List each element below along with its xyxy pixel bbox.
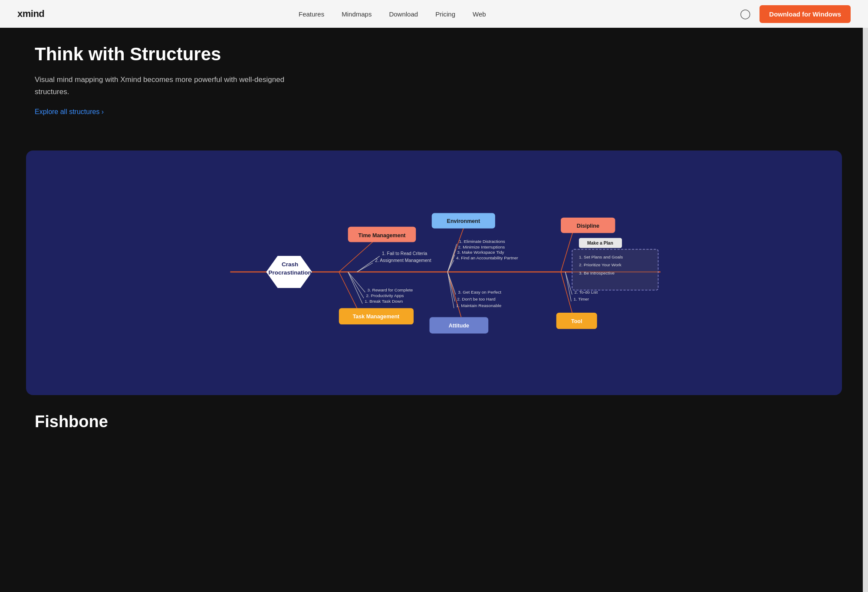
svg-line-9 xyxy=(357,263,373,272)
svg-text:1. Set Plans and Goals: 1. Set Plans and Goals xyxy=(579,254,623,259)
svg-text:2. Minimize Interruptions: 2. Minimize Interruptions xyxy=(458,245,505,249)
svg-text:Environment: Environment xyxy=(447,218,480,224)
logo[interactable]: xmind xyxy=(17,8,44,20)
svg-text:3. Make Workspace Tidy: 3. Make Workspace Tidy xyxy=(457,250,504,255)
download-windows-button[interactable]: Download for Windows xyxy=(760,5,851,23)
svg-line-38 xyxy=(348,272,362,304)
nav-features[interactable]: Features xyxy=(299,10,324,18)
svg-text:1. Fail to Read Criteria: 1. Fail to Read Criteria xyxy=(382,251,427,256)
svg-text:3. Reward for Complete: 3. Reward for Complete xyxy=(368,288,413,292)
svg-text:2. Don't be too Hard: 2. Don't be too Hard xyxy=(457,297,495,301)
svg-text:1. Eliminate Distractions: 1. Eliminate Distractions xyxy=(459,239,505,244)
scrollbar-track[interactable] xyxy=(863,0,868,440)
svg-text:1. Timer: 1. Timer xyxy=(573,297,589,301)
svg-line-54 xyxy=(566,272,572,301)
navbar: xmind Features Mindmaps Download Pricing… xyxy=(0,0,868,28)
svg-line-40 xyxy=(447,272,461,317)
svg-text:1. Break Task Down: 1. Break Task Down xyxy=(365,299,403,304)
svg-text:Tool: Tool xyxy=(571,318,582,324)
svg-text:3. Be Introspective: 3. Be Introspective xyxy=(579,271,615,275)
hero-title: Think with Structures xyxy=(35,43,295,65)
svg-text:2. To-do List: 2. To-do List xyxy=(574,290,598,294)
account-icon[interactable]: ◯ xyxy=(740,8,751,20)
svg-text:1. Maintain Reasonable: 1. Maintain Reasonable xyxy=(456,303,502,308)
svg-line-34 xyxy=(348,272,365,292)
hero-subtitle: Visual mind mapping with Xmind becomes m… xyxy=(35,74,295,97)
fishbone-title: Fishbone xyxy=(35,412,833,431)
fishbone-diagram-svg: Crash Procrastination Time Management 1.… xyxy=(39,168,829,376)
svg-text:Attitude: Attitude xyxy=(449,323,469,329)
nav-web[interactable]: Web xyxy=(473,10,486,18)
nav-download[interactable]: Download xyxy=(389,10,418,18)
fishbone-section: Fishbone xyxy=(0,412,868,440)
svg-text:Disipline: Disipline xyxy=(577,223,599,229)
svg-text:3. Get Easy on Perfect: 3. Get Easy on Perfect xyxy=(458,290,501,294)
explore-structures-link[interactable]: Explore all structures › xyxy=(35,108,104,116)
svg-line-31 xyxy=(339,272,357,308)
svg-text:Crash: Crash xyxy=(282,261,298,268)
svg-text:Procrastination: Procrastination xyxy=(268,269,311,276)
svg-text:2. Productivity Apps: 2. Productivity Apps xyxy=(366,293,404,298)
nav-right: ◯ Download for Windows xyxy=(740,5,851,23)
svg-line-18 xyxy=(447,255,455,272)
nav-links: Features Mindmaps Download Pricing Web xyxy=(299,10,486,18)
nav-pricing[interactable]: Pricing xyxy=(435,10,455,18)
svg-text:Make a Plan: Make a Plan xyxy=(587,241,613,245)
svg-line-45 xyxy=(447,272,455,301)
nav-mindmaps[interactable]: Mindmaps xyxy=(342,10,372,18)
fishbone-diagram-container: Crash Procrastination Time Management 1.… xyxy=(26,150,842,395)
svg-text:2. Assignment Management: 2. Assignment Management xyxy=(375,258,431,263)
svg-text:2. Prioritize Your Work: 2. Prioritize Your Work xyxy=(579,262,621,267)
svg-text:4. Find an Accountability Part: 4. Find an Accountability Partner xyxy=(456,255,518,260)
svg-text:Task Management: Task Management xyxy=(353,314,400,320)
svg-text:Time Management: Time Management xyxy=(358,232,406,238)
svg-line-43 xyxy=(447,272,456,294)
